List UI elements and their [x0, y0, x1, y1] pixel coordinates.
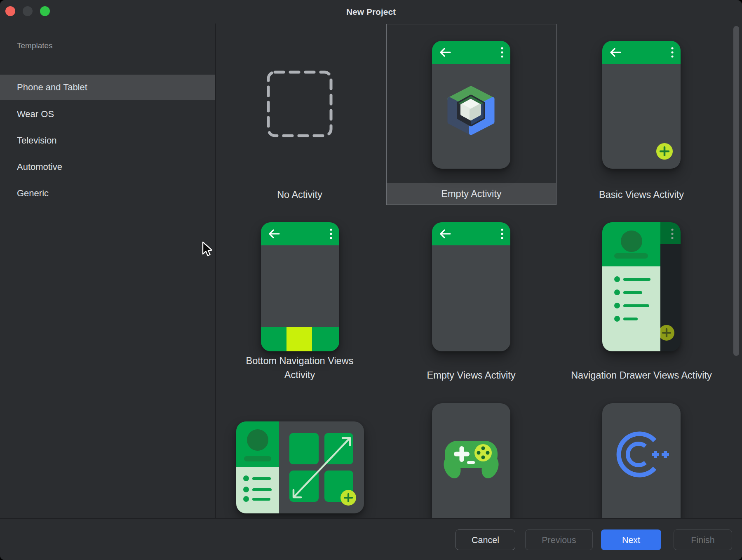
previous-button[interactable]: Previous	[525, 529, 593, 550]
template-label-navigation-drawer: Navigation Drawer Views Activity	[555, 368, 728, 382]
phone-appbar	[432, 222, 510, 245]
back-arrow-icon	[268, 229, 280, 238]
username-placeholder	[614, 253, 648, 259]
new-project-dialog: New Project Templates Phone and Tablet W…	[0, 0, 742, 560]
phone-appbar	[602, 41, 681, 64]
sidebar-item-automotive[interactable]: Automotive	[0, 154, 215, 180]
fab-plus-icon	[340, 490, 356, 506]
kebab-menu-icon	[500, 228, 504, 239]
vertical-scrollbar-thumb[interactable]	[733, 26, 739, 356]
cpp-logo-icon	[613, 429, 670, 482]
drawer-header	[602, 222, 660, 266]
fab-plus-icon-dimmed	[659, 325, 674, 341]
titlebar: New Project	[0, 0, 742, 24]
responsive-layout-tablet	[236, 421, 364, 513]
bottom-nav-selected-tab	[286, 327, 312, 351]
kebab-menu-icon	[671, 228, 674, 239]
avatar	[621, 231, 642, 252]
cpp-phone-preview	[602, 403, 681, 518]
kebab-menu-icon	[329, 228, 333, 239]
bottom-nav-phone-preview	[261, 222, 339, 351]
basic-views-phone-preview	[602, 41, 681, 169]
sidebar-item-wear-os[interactable]: Wear OS	[0, 101, 215, 127]
game-controller-icon	[442, 436, 500, 481]
next-button[interactable]: Next	[601, 529, 661, 550]
dashed-square-icon	[267, 71, 333, 137]
window-title: New Project	[0, 0, 742, 24]
jetpack-compose-logo	[447, 86, 495, 135]
navigation-drawer	[602, 222, 660, 351]
bottom-nav-bar	[261, 327, 339, 351]
kebab-menu-icon	[671, 47, 674, 58]
template-label-basic-views: Basic Views Activity	[571, 188, 711, 202]
back-arrow-icon	[439, 229, 451, 238]
empty-activity-phone-preview	[432, 41, 510, 169]
phone-appbar	[432, 41, 510, 64]
sidebar-item-television[interactable]: Television	[0, 128, 215, 153]
game-phone-preview	[432, 403, 510, 518]
template-label-empty-activity: Empty Activity	[387, 183, 556, 205]
templates-header: Templates	[17, 41, 53, 50]
fab-plus-icon	[656, 143, 673, 160]
finish-button[interactable]: Finish	[674, 529, 732, 550]
kebab-menu-icon	[500, 47, 504, 58]
template-label-empty-views: Empty Views Activity	[401, 368, 541, 382]
template-label-bottom-nav: Bottom Navigation Views Activity	[230, 354, 370, 382]
back-arrow-icon	[439, 48, 451, 57]
drawer-menu	[602, 266, 660, 351]
empty-views-phone-preview	[432, 222, 510, 351]
nav-drawer-phone-preview	[602, 222, 681, 351]
back-arrow-icon	[610, 48, 621, 57]
dialog-button-bar: Cancel Previous Next Finish	[0, 518, 742, 560]
sidebar-item-generic[interactable]: Generic	[0, 181, 215, 206]
template-label-no-activity: No Activity	[230, 188, 370, 202]
sidebar-divider	[215, 24, 216, 518]
mouse-cursor	[202, 241, 213, 258]
phone-appbar	[261, 222, 339, 245]
sidebar-item-phone-and-tablet[interactable]: Phone and Tablet	[0, 75, 215, 100]
cancel-button[interactable]: Cancel	[456, 529, 515, 550]
